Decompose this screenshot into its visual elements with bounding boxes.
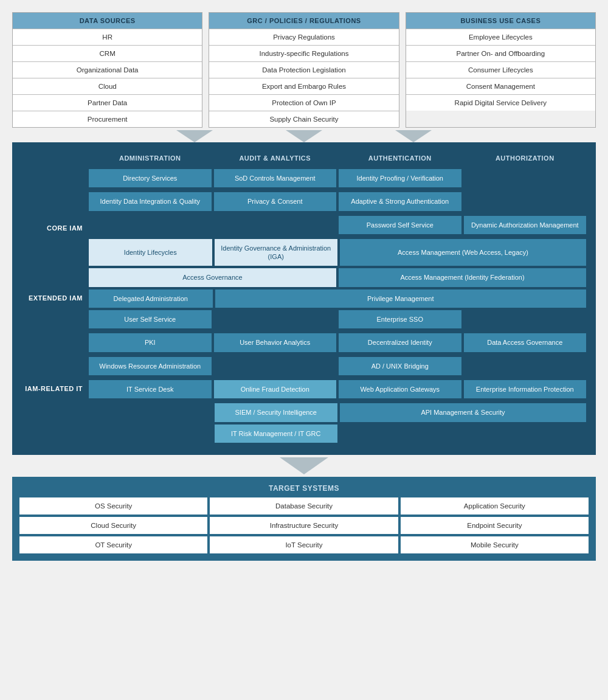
cell-identity-data: Identity Data Integration & Quality xyxy=(89,192,212,210)
col-audit: AUDIT & ANALYTICS xyxy=(214,152,337,164)
cell-dynamic-auth: Dynamic Authorization Management xyxy=(464,216,587,234)
cell-it-risk: IT Risk Management / IT GRC xyxy=(215,425,338,443)
biz-partner: Partner On- and Offboarding xyxy=(406,45,595,61)
extended-iam-rows: Delegated Administration Privilege Manag… xyxy=(89,289,586,378)
cell-windows-resource: Windows Resource Administration xyxy=(89,357,212,375)
ext-row-1: Delegated Administration Privilege Manag… xyxy=(89,289,586,308)
ds-partner: Partner Data xyxy=(13,94,202,111)
core-row-4: Identity Lifecycles Identity Governance … xyxy=(89,239,586,266)
col-authorization: AUTHORIZATION xyxy=(464,152,587,164)
ts-ot-security: OT Security xyxy=(19,536,207,553)
cell-enterprise-info: Enterprise Information Protection xyxy=(464,380,587,398)
biz-consumer: Consumer Lifecycles xyxy=(406,61,595,78)
cell-empty-5 xyxy=(214,310,337,328)
iam-related-label: IAM-RELATED IT xyxy=(25,385,83,392)
cell-access-mgmt-fed: Access Management (Identity Federation) xyxy=(339,268,586,286)
ext-row-4: Windows Resource Administration AD / UNI… xyxy=(89,357,586,375)
ts-mobile-security: Mobile Security xyxy=(401,536,589,553)
cell-delegated-admin: Delegated Administration xyxy=(89,289,213,308)
grc-privacy: Privacy Regulations xyxy=(209,29,398,45)
grc-header: GRC / POLICIES / REGULATIONS xyxy=(209,13,398,29)
core-iam-rows: Directory Services SoD Controls Manageme… xyxy=(89,169,586,287)
page-wrapper: DATA SOURCES HR CRM Organizational Data … xyxy=(12,12,596,561)
cell-online-fraud: Online Fraud Detection xyxy=(214,380,337,398)
cell-empty-10 xyxy=(89,425,212,443)
cell-empty-4 xyxy=(214,216,337,234)
cell-it-service-desk: IT Service Desk xyxy=(89,380,212,398)
grc-ip: Protection of Own IP xyxy=(209,94,398,111)
extended-iam-label-cell: EXTENDED IAM xyxy=(22,289,89,378)
iam-related-rows: IT Service Desk Online Fraud Detection W… xyxy=(89,380,586,443)
cell-web-app-gateways: Web Application Gateways xyxy=(339,380,461,398)
top-section: DATA SOURCES HR CRM Organizational Data … xyxy=(12,12,596,128)
cell-pki: PKI xyxy=(89,333,212,352)
ts-endpoint-security: Endpoint Security xyxy=(401,517,589,534)
ds-hr: HR xyxy=(13,29,202,45)
middle-section: ADMINISTRATION AUDIT & ANALYTICS AUTHENT… xyxy=(12,142,596,455)
grc-supply: Supply Chain Security xyxy=(209,111,398,127)
core-row-2: Identity Data Integration & Quality Priv… xyxy=(89,192,586,210)
cell-empty-6 xyxy=(464,310,587,328)
arrow-1 xyxy=(176,130,213,142)
arrow-2 xyxy=(286,130,322,142)
biz-consent: Consent Management xyxy=(406,78,595,94)
cell-directory-services: Directory Services xyxy=(89,169,212,187)
cell-identity-proofing: Identity Proofing / Verification xyxy=(339,169,461,187)
cell-privacy-consent: Privacy & Consent xyxy=(214,192,337,210)
core-row-1: Directory Services SoD Controls Manageme… xyxy=(89,169,586,187)
ts-iot-security: IoT Security xyxy=(210,536,398,553)
cell-empty-8 xyxy=(464,357,587,375)
ext-row-3: PKI User Behavior Analytics Decentralize… xyxy=(89,333,586,352)
cell-user-behavior: User Behavior Analytics xyxy=(214,333,337,352)
ds-cloud: Cloud xyxy=(13,78,202,94)
ds-crm: CRM xyxy=(13,45,202,61)
top-arrows xyxy=(12,130,596,142)
core-iam-label-cell: CORE IAM xyxy=(22,169,89,287)
ts-infra-security: Infrastructure Security xyxy=(210,517,398,534)
cell-sod-controls: SoD Controls Management xyxy=(214,169,337,187)
biz-employee: Employee Lifecycles xyxy=(406,29,595,45)
grc-export: Export and Embargo Rules xyxy=(209,78,398,94)
target-systems-header: TARGET SYSTEMS xyxy=(19,484,589,493)
bottom-arrow xyxy=(280,457,328,474)
grc-data-protection: Data Protection Legislation xyxy=(209,61,398,78)
bottom-arrow-row xyxy=(12,457,596,474)
cell-api-mgmt: API Management & Security xyxy=(340,403,586,421)
cell-ad-unix: AD / UNIX Bridging xyxy=(339,357,461,375)
ts-app-security: Application Security xyxy=(401,497,589,515)
data-sources-header: DATA SOURCES xyxy=(13,13,202,29)
cell-enterprise-sso: Enterprise SSO xyxy=(339,310,461,328)
it-row-1: IT Service Desk Online Fraud Detection W… xyxy=(89,380,586,398)
target-systems-section: TARGET SYSTEMS OS Security Database Secu… xyxy=(12,477,596,561)
cell-decentralized-identity: Decentralized Identity xyxy=(339,333,461,352)
cell-user-self-service: User Self Service xyxy=(89,310,212,328)
extended-iam-label: EXTENDED IAM xyxy=(29,294,83,302)
ts-cloud-security: Cloud Security xyxy=(19,517,207,534)
arrow-3 xyxy=(395,130,432,142)
cell-empty-9 xyxy=(89,403,212,421)
ds-procurement: Procurement xyxy=(13,111,202,127)
core-iam-label: CORE IAM xyxy=(47,224,83,232)
cell-empty-7 xyxy=(214,357,337,375)
target-systems-grid: OS Security Database Security Applicatio… xyxy=(19,497,589,553)
cell-password-self-service: Password Self Service xyxy=(339,216,461,234)
cell-siem: SIEM / Security Intelligence xyxy=(215,403,338,421)
col-authentication: AUTHENTICATION xyxy=(339,152,461,164)
cell-data-access-gov: Data Access Governance xyxy=(464,333,587,352)
cell-empty-11 xyxy=(340,425,586,443)
ds-org: Organizational Data xyxy=(13,61,202,78)
cell-empty-1 xyxy=(464,169,587,187)
business-panel: BUSINESS USE CASES Employee Lifecycles P… xyxy=(406,12,596,128)
cell-access-governance: Access Governance xyxy=(89,268,336,286)
cell-privilege-mgmt: Privilege Management xyxy=(215,289,587,308)
iam-related-label-cell: IAM-RELATED IT xyxy=(22,380,89,443)
core-label-spacer xyxy=(22,152,89,167)
ts-os-security: OS Security xyxy=(19,497,207,515)
business-header: BUSINESS USE CASES xyxy=(406,13,595,29)
grc-panel: GRC / POLICIES / REGULATIONS Privacy Reg… xyxy=(209,12,399,128)
cell-adaptive-auth: Adaptive & Strong Authentication xyxy=(339,192,461,210)
it-row-3: IT Risk Management / IT GRC xyxy=(89,425,586,443)
biz-digital: Rapid Digital Service Delivery xyxy=(406,94,595,111)
cell-access-mgmt-web: Access Management (Web Access, Legacy) xyxy=(340,239,586,266)
cell-identity-lifecycles: Identity Lifecycles xyxy=(89,239,212,266)
